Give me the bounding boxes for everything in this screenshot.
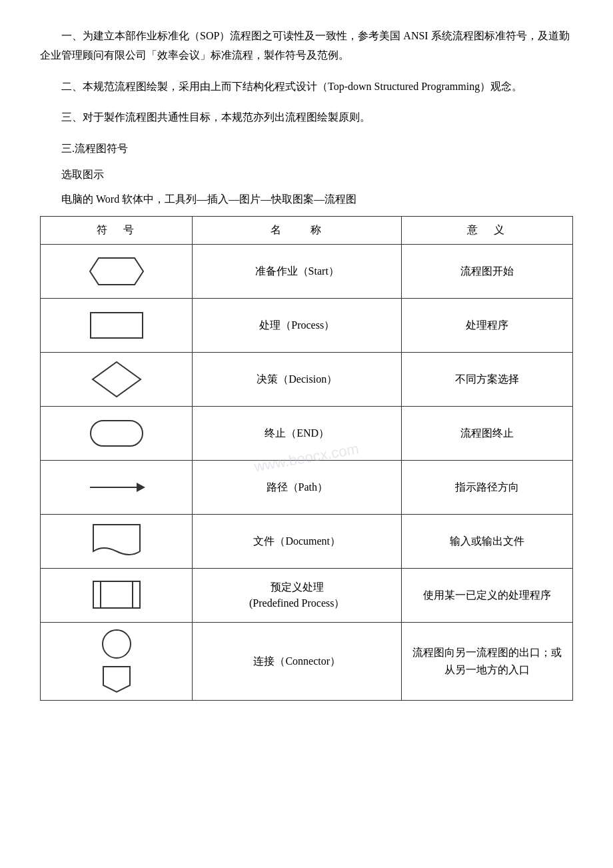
svg-marker-1 (93, 362, 141, 397)
table-header-meaning: 意 义 (402, 216, 573, 244)
section-title: 三.流程图符号 (40, 139, 573, 159)
table-row: 路径（Path） 指示路径方向 (41, 460, 573, 514)
table-row: 连接（Connector） 流程图向另一流程图的出口；或从另一地方的入口 (41, 622, 573, 700)
table-wrapper: www.boocx.com 符 号 名 称 意 义 准备作 (40, 216, 573, 701)
meaning-process: 处理程序 (402, 298, 573, 352)
meaning-connector: 流程图向另一流程图的出口；或从另一地方的入口 (402, 622, 573, 700)
meaning-end: 流程图终止 (402, 406, 573, 460)
rect-shape (90, 312, 143, 339)
symbol-rect (41, 298, 193, 352)
meaning-decision: 不同方案选择 (402, 352, 573, 406)
symbol-connector (41, 622, 193, 700)
subsection-word-instruction: 电脑的 Word 软体中，工具列—插入—图片—快取图案—流程图 (40, 190, 573, 209)
meaning-start: 流程图开始 (402, 244, 573, 298)
table-row: 预定义处理 (Predefined Process） 使用某一已定义的处理程序 (41, 568, 573, 622)
name-path: 路径（Path） (193, 460, 402, 514)
paragraph-3: 三、对于製作流程图共通性目标，本规范亦列出流程图绘製原则。 (40, 108, 573, 127)
paragraph-1: 一、为建立本部作业标准化（SOP）流程图之可读性及一致性，参考美国 ANSI 系… (40, 27, 573, 65)
name-connector: 连接（Connector） (193, 622, 402, 700)
table-row: 处理（Process） 处理程序 (41, 298, 573, 352)
symbol-predefined (41, 568, 193, 622)
table-row: 文件（Document） 输入或输出文件 (41, 514, 573, 568)
subsection-select-icon: 选取图示 (40, 165, 573, 185)
table-row: 终止（END） 流程图终止 (41, 406, 573, 460)
symbol-hex (41, 244, 193, 298)
table-header-name: 名 称 (193, 216, 402, 244)
name-predefined: 预定义处理 (Predefined Process） (193, 568, 402, 622)
symbol-document (41, 514, 193, 568)
table-row: 准备作业（Start） 流程图开始 (41, 244, 573, 298)
table-header-symbol: 符 号 (41, 216, 193, 244)
symbol-arrow (41, 460, 193, 514)
svg-marker-3 (137, 483, 145, 492)
name-document: 文件（Document） (193, 514, 402, 568)
meaning-predefined: 使用某一已定义的处理程序 (402, 568, 573, 622)
paragraph-2: 二、本规范流程图绘製，采用由上而下结构化程式设计（Top-down Struct… (40, 77, 573, 97)
symbol-diamond (41, 352, 193, 406)
connector-pair (101, 629, 133, 693)
name-start: 准备作业（Start） (193, 244, 402, 298)
circle-shape (102, 629, 131, 659)
meaning-path: 指示路径方向 (402, 460, 573, 514)
svg-marker-0 (90, 258, 143, 285)
name-end: 终止（END） (193, 406, 402, 460)
symbol-rounded (41, 406, 193, 460)
rounded-shape (90, 420, 143, 447)
table-row: 决策（Decision） 不同方案选择 (41, 352, 573, 406)
name-decision: 决策（Decision） (193, 352, 402, 406)
meaning-document: 输入或输出文件 (402, 514, 573, 568)
flowchart-symbols-table: 符 号 名 称 意 义 准备作业（Start） (40, 216, 573, 701)
name-process: 处理（Process） (193, 298, 402, 352)
